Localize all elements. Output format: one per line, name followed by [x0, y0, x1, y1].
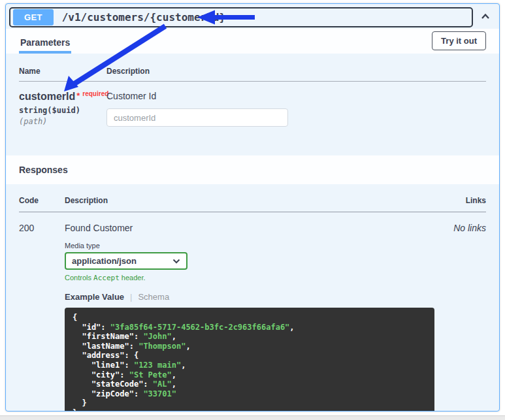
tab-parameters: Parameters	[19, 29, 71, 54]
parameter-name-cell: customerId*required string($uuid) (path)	[19, 90, 106, 127]
customer-id-input[interactable]	[106, 108, 288, 127]
parameters-table: Name Description customerId*required str…	[6, 54, 499, 155]
collapse-button[interactable]	[477, 8, 494, 25]
column-header-code: Code	[19, 196, 65, 205]
get-operation-block: GET /v1/customers/{customerId} Parameter…	[5, 3, 500, 412]
endpoint-path: /v1/customers/{customerId}	[62, 11, 225, 24]
column-header-response-description: Description	[65, 196, 440, 205]
parameter-row: customerId*required string($uuid) (path)…	[19, 82, 486, 127]
column-header-description: Description	[106, 67, 486, 76]
try-it-out-button[interactable]: Try it out	[432, 31, 486, 50]
accept-header-code: Accept	[93, 274, 120, 282]
responses-table-header: Code Description Links	[19, 184, 486, 212]
column-header-links: Links	[440, 196, 486, 205]
media-type-block: Media type application/json Controls	[65, 242, 440, 282]
response-links: No links	[440, 223, 486, 412]
response-code: 200	[19, 223, 65, 412]
responses-title: Responses	[19, 165, 68, 175]
media-type-select[interactable]: application/json	[65, 252, 187, 270]
parameters-table-header: Name Description	[19, 54, 486, 82]
column-header-name: Name	[19, 67, 106, 76]
parameter-name: customerId*required	[19, 90, 106, 103]
tab-example-value[interactable]: Example Value	[65, 292, 124, 302]
tab-separator: |	[130, 292, 132, 302]
response-description: Found Customer	[65, 223, 440, 233]
chevron-up-icon	[480, 11, 491, 24]
swagger-page: GET /v1/customers/{customerId} Parameter…	[0, 0, 505, 420]
parameter-type: string($uuid)	[19, 106, 106, 115]
tab-schema[interactable]: Schema	[138, 292, 169, 302]
parameter-location: (path)	[19, 117, 106, 126]
media-type-selected-value: application/json	[72, 256, 137, 266]
example-schema-tabs: Example Value | Schema	[65, 292, 440, 302]
required-label: required	[82, 90, 108, 97]
response-row: 200 Found Customer Media type applicatio…	[19, 212, 486, 412]
required-asterisk: *	[76, 91, 80, 101]
operation-summary-bar: GET /v1/customers/{customerId}	[6, 4, 499, 29]
media-type-label: Media type	[65, 242, 440, 250]
parameters-section-header: Parameters Try it out	[6, 29, 499, 54]
operation-summary-control[interactable]: GET /v1/customers/{customerId}	[9, 7, 473, 27]
responses-section-header: Responses	[6, 155, 499, 184]
http-method-badge: GET	[13, 9, 54, 25]
parameter-description-cell: Customer Id	[106, 90, 486, 127]
next-section-strip	[0, 415, 505, 420]
responses-table: Code Description Links 200 Found Custome…	[6, 184, 499, 412]
chevron-down-icon	[172, 256, 180, 266]
response-description-cell: Found Customer Media type application/js…	[65, 223, 440, 412]
controls-accept-note: Controls Accept header.	[65, 274, 440, 282]
parameter-description: Customer Id	[106, 91, 486, 101]
example-json-code: { "id": "3fa85f64-5717-4562-b3fc-2c963f6…	[65, 308, 434, 412]
